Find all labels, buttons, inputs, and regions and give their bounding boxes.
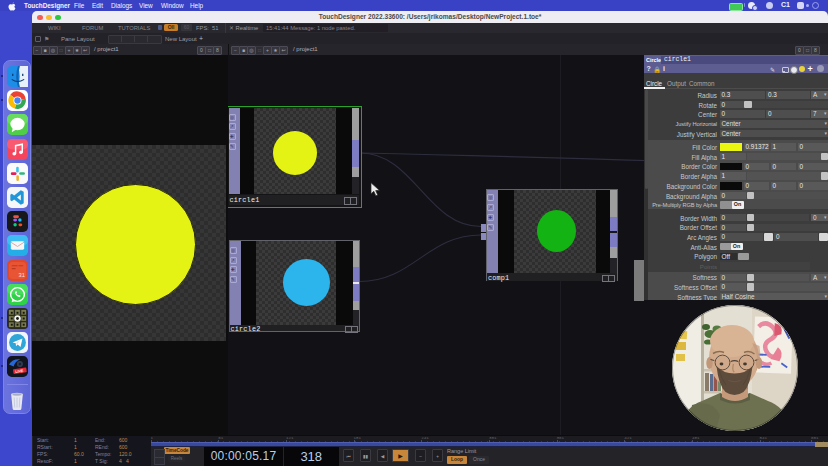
svg-text:31: 31 [18,272,24,278]
